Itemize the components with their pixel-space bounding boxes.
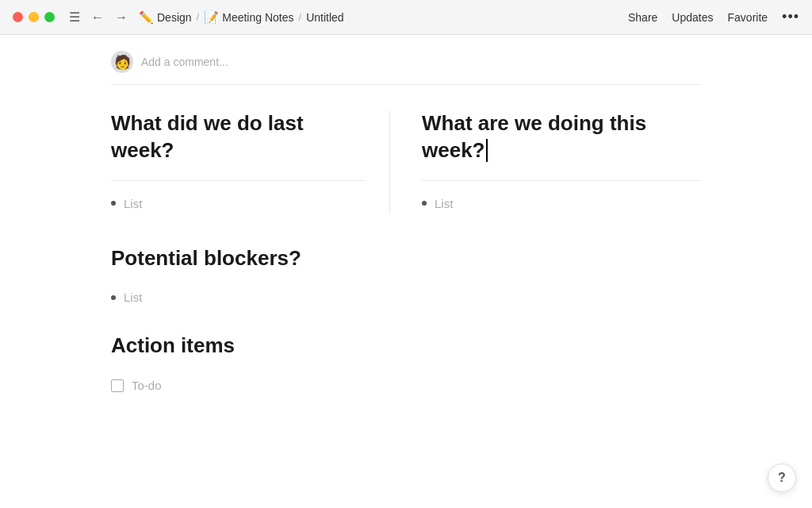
this-week-heading-text: What are we doing this week? (422, 111, 646, 162)
hamburger-icon[interactable]: ☰ (69, 10, 80, 25)
text-cursor (486, 139, 488, 162)
share-button[interactable]: Share (628, 11, 657, 24)
last-week-heading: What did we do last week? (111, 110, 366, 164)
this-week-heading: What are we doing this week? (422, 110, 701, 164)
title-bar: ☰ ← → ✏️ Design / 📝 Meeting Notes / Unti… (0, 0, 812, 35)
breadcrumb-sep-2: / (299, 11, 302, 23)
title-bar-right: Share Updates Favorite ••• (628, 9, 799, 25)
todo-item: To-do (111, 375, 701, 395)
meeting-notes-icon: 📝 (204, 10, 219, 25)
blockers-heading: Potential blockers? (111, 245, 701, 272)
this-week-list-item: List (422, 194, 701, 214)
breadcrumb-untitled-label: Untitled (306, 11, 343, 24)
close-button[interactable] (13, 12, 23, 22)
last-week-divider (111, 180, 366, 181)
more-options-button[interactable]: ••• (782, 9, 799, 25)
forward-button[interactable]: → (112, 9, 131, 26)
breadcrumb-design-label: Design (157, 11, 192, 24)
avatar: 🧑 (111, 51, 133, 73)
bullet-icon-2 (422, 201, 427, 206)
blockers-section: Potential blockers? List (111, 245, 701, 308)
updates-button[interactable]: Updates (672, 11, 713, 24)
todo-placeholder[interactable]: To-do (132, 379, 162, 392)
last-week-list-placeholder[interactable]: List (124, 197, 142, 210)
bullet-icon-3 (111, 295, 116, 300)
this-week-section: What are we doing this week? List (422, 110, 701, 214)
bullet-icon (111, 201, 116, 206)
back-button[interactable]: ← (88, 9, 107, 26)
last-week-section: What did we do last week? List (111, 110, 390, 214)
content-area: 🧑 Add a comment... What did we do last w… (0, 35, 812, 508)
breadcrumb-meeting-notes-label: Meeting Notes (222, 11, 293, 24)
action-items-heading: Action items (111, 333, 701, 360)
breadcrumb-untitled[interactable]: Untitled (306, 11, 343, 24)
nav-arrows: ← → (88, 9, 131, 26)
favorite-button[interactable]: Favorite (728, 11, 768, 24)
comment-bar: 🧑 Add a comment... (111, 51, 701, 85)
two-col-section: What did we do last week? List What are … (111, 110, 701, 214)
blockers-list-item: List (111, 287, 701, 307)
breadcrumb-meeting-notes[interactable]: 📝 Meeting Notes (204, 10, 293, 25)
breadcrumb-sep-1: / (197, 11, 200, 23)
comment-input[interactable]: Add a comment... (141, 56, 228, 68)
action-items-section: Action items To-do (111, 333, 701, 395)
blockers-list-placeholder[interactable]: List (124, 291, 142, 304)
title-bar-left: ☰ ← → ✏️ Design / 📝 Meeting Notes / Unti… (13, 9, 344, 26)
maximize-button[interactable] (44, 12, 55, 22)
breadcrumb: ✏️ Design / 📝 Meeting Notes / Untitled (139, 10, 344, 25)
design-icon: ✏️ (139, 10, 154, 25)
minimize-button[interactable] (29, 12, 39, 22)
todo-checkbox[interactable] (111, 379, 124, 392)
window-controls (13, 12, 55, 22)
breadcrumb-design[interactable]: ✏️ Design (139, 10, 192, 25)
help-button[interactable]: ? (768, 464, 796, 492)
this-week-list-placeholder[interactable]: List (435, 197, 453, 210)
this-week-divider (422, 180, 701, 181)
last-week-list-item: List (111, 194, 366, 214)
